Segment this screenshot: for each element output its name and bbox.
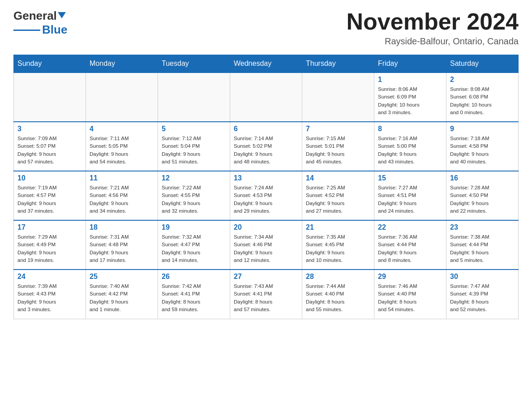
day-info: Sunrise: 7:24 AM Sunset: 4:53 PM Dayligh… (234, 184, 298, 215)
day-info: Sunrise: 7:28 AM Sunset: 4:50 PM Dayligh… (450, 184, 515, 215)
calendar-cell: 13Sunrise: 7:24 AM Sunset: 4:53 PM Dayli… (230, 171, 302, 220)
day-number: 26 (162, 273, 226, 281)
day-number: 23 (450, 223, 515, 231)
day-number: 1 (378, 76, 442, 84)
day-info: Sunrise: 7:32 AM Sunset: 4:47 PM Dayligh… (162, 233, 226, 264)
day-info: Sunrise: 7:44 AM Sunset: 4:40 PM Dayligh… (306, 283, 370, 313)
day-number: 15 (378, 174, 442, 182)
day-info: Sunrise: 7:09 AM Sunset: 5:07 PM Dayligh… (17, 135, 82, 166)
weekday-header-thursday: Thursday (302, 55, 374, 73)
calendar-cell: 25Sunrise: 7:40 AM Sunset: 4:42 PM Dayli… (86, 270, 158, 319)
day-number: 11 (90, 174, 154, 182)
calendar-cell: 26Sunrise: 7:42 AM Sunset: 4:41 PM Dayli… (158, 270, 230, 319)
calendar-cell: 12Sunrise: 7:22 AM Sunset: 4:55 PM Dayli… (158, 171, 230, 220)
calendar-cell: 3Sunrise: 7:09 AM Sunset: 5:07 PM Daylig… (14, 122, 86, 171)
calendar-cell: 14Sunrise: 7:25 AM Sunset: 4:52 PM Dayli… (302, 171, 374, 220)
day-number: 4 (90, 125, 154, 133)
day-info: Sunrise: 7:35 AM Sunset: 4:45 PM Dayligh… (306, 233, 370, 264)
day-info: Sunrise: 7:31 AM Sunset: 4:48 PM Dayligh… (90, 233, 154, 264)
day-info: Sunrise: 7:40 AM Sunset: 4:42 PM Dayligh… (90, 283, 154, 313)
weekday-header-tuesday: Tuesday (158, 55, 230, 73)
calendar-cell (14, 73, 86, 122)
day-info: Sunrise: 7:47 AM Sunset: 4:39 PM Dayligh… (450, 283, 515, 313)
day-info: Sunrise: 7:34 AM Sunset: 4:46 PM Dayligh… (234, 233, 298, 264)
day-number: 2 (450, 76, 515, 84)
calendar-cell: 10Sunrise: 7:19 AM Sunset: 4:57 PM Dayli… (14, 171, 86, 220)
day-number: 29 (378, 273, 442, 281)
calendar-cell: 29Sunrise: 7:46 AM Sunset: 4:40 PM Dayli… (374, 270, 446, 319)
calendar-cell: 19Sunrise: 7:32 AM Sunset: 4:47 PM Dayli… (158, 220, 230, 270)
calendar-cell (86, 73, 158, 122)
calendar-cell: 30Sunrise: 7:47 AM Sunset: 4:39 PM Dayli… (446, 270, 519, 319)
day-info: Sunrise: 7:38 AM Sunset: 4:44 PM Dayligh… (450, 233, 515, 264)
day-number: 25 (90, 273, 154, 281)
day-number: 7 (306, 125, 370, 133)
day-number: 18 (90, 223, 154, 231)
calendar-cell (230, 73, 302, 122)
calendar-cell: 16Sunrise: 7:28 AM Sunset: 4:50 PM Dayli… (446, 171, 519, 220)
day-number: 3 (17, 125, 82, 133)
day-number: 30 (450, 273, 515, 281)
weekday-header-monday: Monday (86, 55, 158, 73)
day-info: Sunrise: 7:14 AM Sunset: 5:02 PM Dayligh… (234, 135, 298, 166)
day-info: Sunrise: 8:08 AM Sunset: 6:08 PM Dayligh… (450, 86, 515, 116)
day-number: 10 (17, 174, 82, 182)
weekday-header-wednesday: Wednesday (230, 55, 302, 73)
calendar-cell: 22Sunrise: 7:36 AM Sunset: 4:44 PM Dayli… (374, 220, 446, 270)
day-info: Sunrise: 7:46 AM Sunset: 4:40 PM Dayligh… (378, 283, 442, 313)
calendar-table: SundayMondayTuesdayWednesdayThursdayFrid… (13, 55, 519, 319)
calendar-cell: 15Sunrise: 7:27 AM Sunset: 4:51 PM Dayli… (374, 171, 446, 220)
location-text: Rayside-Balfour, Ontario, Canada (347, 36, 519, 47)
day-number: 12 (162, 174, 226, 182)
day-info: Sunrise: 7:25 AM Sunset: 4:52 PM Dayligh… (306, 184, 370, 215)
logo-general-text: General (13, 9, 57, 23)
day-info: Sunrise: 7:29 AM Sunset: 4:49 PM Dayligh… (17, 233, 82, 264)
day-number: 24 (17, 273, 82, 281)
day-number: 13 (234, 174, 298, 182)
weekday-header-sunday: Sunday (14, 55, 86, 73)
calendar-cell: 24Sunrise: 7:39 AM Sunset: 4:43 PM Dayli… (14, 270, 86, 319)
day-info: Sunrise: 7:12 AM Sunset: 5:04 PM Dayligh… (162, 135, 226, 166)
page-header: General Blue November 2024 Rayside-Balfo… (13, 9, 519, 47)
day-number: 14 (306, 174, 370, 182)
logo-underline (13, 30, 40, 31)
calendar-cell: 27Sunrise: 7:43 AM Sunset: 4:41 PM Dayli… (230, 270, 302, 319)
week-row-2: 3Sunrise: 7:09 AM Sunset: 5:07 PM Daylig… (14, 122, 519, 171)
day-number: 9 (450, 125, 515, 133)
logo: General Blue (13, 9, 67, 37)
month-title: November 2024 (347, 9, 519, 34)
calendar-cell: 1Sunrise: 8:06 AM Sunset: 6:09 PM Daylig… (374, 73, 446, 122)
day-number: 19 (162, 223, 226, 231)
calendar-cell: 21Sunrise: 7:35 AM Sunset: 4:45 PM Dayli… (302, 220, 374, 270)
logo-triangle-icon (58, 12, 66, 18)
day-info: Sunrise: 7:11 AM Sunset: 5:05 PM Dayligh… (90, 135, 154, 166)
day-number: 17 (17, 223, 82, 231)
day-number: 8 (378, 125, 442, 133)
weekday-header-friday: Friday (374, 55, 446, 73)
day-number: 28 (306, 273, 370, 281)
calendar-cell: 5Sunrise: 7:12 AM Sunset: 5:04 PM Daylig… (158, 122, 230, 171)
day-info: Sunrise: 8:06 AM Sunset: 6:09 PM Dayligh… (378, 86, 442, 116)
calendar-cell: 7Sunrise: 7:15 AM Sunset: 5:01 PM Daylig… (302, 122, 374, 171)
week-row-1: 1Sunrise: 8:06 AM Sunset: 6:09 PM Daylig… (14, 73, 519, 122)
day-info: Sunrise: 7:27 AM Sunset: 4:51 PM Dayligh… (378, 184, 442, 215)
day-info: Sunrise: 7:16 AM Sunset: 5:00 PM Dayligh… (378, 135, 442, 166)
day-info: Sunrise: 7:43 AM Sunset: 4:41 PM Dayligh… (234, 283, 298, 313)
day-number: 6 (234, 125, 298, 133)
day-info: Sunrise: 7:15 AM Sunset: 5:01 PM Dayligh… (306, 135, 370, 166)
weekday-header-saturday: Saturday (446, 55, 519, 73)
calendar-cell: 8Sunrise: 7:16 AM Sunset: 5:00 PM Daylig… (374, 122, 446, 171)
calendar-cell: 11Sunrise: 7:21 AM Sunset: 4:56 PM Dayli… (86, 171, 158, 220)
day-info: Sunrise: 7:36 AM Sunset: 4:44 PM Dayligh… (378, 233, 442, 264)
day-info: Sunrise: 7:19 AM Sunset: 4:57 PM Dayligh… (17, 184, 82, 215)
day-info: Sunrise: 7:42 AM Sunset: 4:41 PM Dayligh… (162, 283, 226, 313)
day-info: Sunrise: 7:18 AM Sunset: 4:58 PM Dayligh… (450, 135, 515, 166)
day-info: Sunrise: 7:39 AM Sunset: 4:43 PM Dayligh… (17, 283, 82, 313)
calendar-cell (158, 73, 230, 122)
day-number: 5 (162, 125, 226, 133)
calendar-cell: 4Sunrise: 7:11 AM Sunset: 5:05 PM Daylig… (86, 122, 158, 171)
day-number: 22 (378, 223, 442, 231)
calendar-cell: 23Sunrise: 7:38 AM Sunset: 4:44 PM Dayli… (446, 220, 519, 270)
week-row-4: 17Sunrise: 7:29 AM Sunset: 4:49 PM Dayli… (14, 220, 519, 270)
calendar-cell: 2Sunrise: 8:08 AM Sunset: 6:08 PM Daylig… (446, 73, 519, 122)
